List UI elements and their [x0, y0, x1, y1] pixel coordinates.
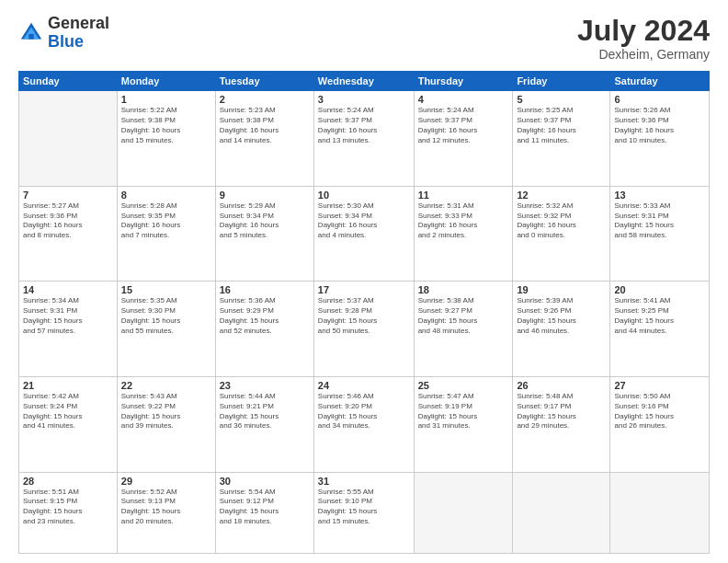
day-number: 4: [418, 94, 509, 105]
day-info: Sunrise: 5:25 AM Sunset: 9:37 PM Dayligh…: [517, 106, 606, 145]
calendar: Sunday Monday Tuesday Wednesday Thursday…: [18, 71, 710, 554]
table-row: 23Sunrise: 5:44 AM Sunset: 9:21 PM Dayli…: [215, 376, 313, 472]
col-tuesday: Tuesday: [215, 72, 313, 91]
day-info: Sunrise: 5:48 AM Sunset: 9:17 PM Dayligh…: [517, 392, 606, 431]
table-row: [513, 472, 610, 553]
day-info: Sunrise: 5:28 AM Sunset: 9:35 PM Dayligh…: [121, 201, 211, 241]
day-info: Sunrise: 5:42 AM Sunset: 9:24 PM Dayligh…: [23, 392, 113, 431]
day-info: Sunrise: 5:22 AM Sunset: 9:38 PM Dayligh…: [121, 106, 211, 145]
logo-blue-text: Blue: [48, 32, 84, 51]
day-number: 26: [517, 380, 606, 391]
table-row: 27Sunrise: 5:50 AM Sunset: 9:16 PM Dayli…: [610, 376, 710, 472]
day-number: 19: [517, 284, 606, 295]
table-row: 19Sunrise: 5:39 AM Sunset: 9:26 PM Dayli…: [513, 282, 610, 377]
day-info: Sunrise: 5:54 AM Sunset: 9:12 PM Dayligh…: [220, 488, 310, 527]
table-row: 13Sunrise: 5:33 AM Sunset: 9:31 PM Dayli…: [610, 186, 710, 282]
table-row: 24Sunrise: 5:46 AM Sunset: 9:20 PM Dayli…: [313, 376, 414, 472]
logo-general-text: General: [48, 14, 109, 32]
day-number: 12: [517, 190, 606, 201]
day-number: 20: [614, 284, 705, 295]
day-info: Sunrise: 5:33 AM Sunset: 9:31 PM Dayligh…: [614, 201, 705, 241]
day-number: 13: [614, 190, 705, 201]
table-row: 10Sunrise: 5:30 AM Sunset: 9:34 PM Dayli…: [313, 186, 414, 282]
table-row: [610, 472, 710, 553]
table-row: 9Sunrise: 5:29 AM Sunset: 9:34 PM Daylig…: [215, 186, 313, 282]
table-row: 20Sunrise: 5:41 AM Sunset: 9:25 PM Dayli…: [610, 282, 710, 377]
day-number: 7: [23, 190, 113, 201]
day-info: Sunrise: 5:37 AM Sunset: 9:28 PM Dayligh…: [318, 296, 410, 336]
day-number: 6: [614, 94, 705, 105]
col-monday: Monday: [117, 72, 215, 91]
day-number: 27: [614, 380, 705, 391]
title-block: July 2024 Dexheim, Germany: [577, 15, 710, 62]
table-row: 14Sunrise: 5:34 AM Sunset: 9:31 PM Dayli…: [19, 282, 118, 377]
table-row: 1Sunrise: 5:22 AM Sunset: 9:38 PM Daylig…: [117, 91, 215, 187]
day-number: 5: [517, 94, 606, 105]
day-number: 14: [23, 284, 113, 295]
day-number: 25: [418, 380, 509, 391]
col-sunday: Sunday: [19, 72, 118, 91]
table-row: 7Sunrise: 5:27 AM Sunset: 9:36 PM Daylig…: [19, 186, 118, 282]
col-saturday: Saturday: [610, 72, 710, 91]
day-info: Sunrise: 5:55 AM Sunset: 9:10 PM Dayligh…: [318, 488, 410, 527]
page: General Blue July 2024 Dexheim, Germany …: [0, 0, 728, 563]
day-info: Sunrise: 5:27 AM Sunset: 9:36 PM Dayligh…: [23, 201, 113, 241]
table-row: 28Sunrise: 5:51 AM Sunset: 9:15 PM Dayli…: [19, 472, 118, 553]
day-number: 3: [318, 94, 410, 105]
table-row: 25Sunrise: 5:47 AM Sunset: 9:19 PM Dayli…: [414, 376, 513, 472]
table-row: 26Sunrise: 5:48 AM Sunset: 9:17 PM Dayli…: [513, 376, 610, 472]
day-number: 17: [318, 284, 410, 295]
logo: General Blue: [18, 15, 109, 52]
day-info: Sunrise: 5:23 AM Sunset: 9:38 PM Dayligh…: [220, 106, 310, 145]
day-number: 18: [418, 284, 509, 295]
header: General Blue July 2024 Dexheim, Germany: [18, 15, 710, 62]
day-info: Sunrise: 5:47 AM Sunset: 9:19 PM Dayligh…: [418, 392, 509, 431]
day-number: 11: [418, 190, 509, 201]
table-row: [414, 472, 513, 553]
day-info: Sunrise: 5:26 AM Sunset: 9:36 PM Dayligh…: [614, 106, 705, 145]
table-row: 18Sunrise: 5:38 AM Sunset: 9:27 PM Dayli…: [414, 282, 513, 377]
day-info: Sunrise: 5:35 AM Sunset: 9:30 PM Dayligh…: [121, 296, 211, 336]
table-row: [19, 91, 118, 187]
day-info: Sunrise: 5:31 AM Sunset: 9:33 PM Dayligh…: [418, 201, 509, 241]
col-thursday: Thursday: [414, 72, 513, 91]
calendar-header-row: Sunday Monday Tuesday Wednesday Thursday…: [19, 72, 710, 91]
location: Dexheim, Germany: [577, 47, 710, 62]
table-row: 12Sunrise: 5:32 AM Sunset: 9:32 PM Dayli…: [513, 186, 610, 282]
day-number: 16: [220, 284, 310, 295]
day-number: 31: [318, 476, 410, 487]
day-number: 15: [121, 284, 211, 295]
table-row: 29Sunrise: 5:52 AM Sunset: 9:13 PM Dayli…: [117, 472, 215, 553]
day-info: Sunrise: 5:34 AM Sunset: 9:31 PM Dayligh…: [23, 296, 113, 336]
day-info: Sunrise: 5:46 AM Sunset: 9:20 PM Dayligh…: [318, 392, 410, 431]
day-number: 24: [318, 380, 410, 391]
table-row: 30Sunrise: 5:54 AM Sunset: 9:12 PM Dayli…: [215, 472, 313, 553]
day-info: Sunrise: 5:39 AM Sunset: 9:26 PM Dayligh…: [517, 296, 606, 336]
day-number: 1: [121, 94, 211, 105]
day-number: 9: [220, 190, 310, 201]
day-info: Sunrise: 5:24 AM Sunset: 9:37 PM Dayligh…: [418, 106, 509, 145]
day-number: 10: [318, 190, 410, 201]
table-row: 8Sunrise: 5:28 AM Sunset: 9:35 PM Daylig…: [117, 186, 215, 282]
col-wednesday: Wednesday: [313, 72, 414, 91]
table-row: 15Sunrise: 5:35 AM Sunset: 9:30 PM Dayli…: [117, 282, 215, 377]
day-info: Sunrise: 5:52 AM Sunset: 9:13 PM Dayligh…: [121, 488, 211, 527]
day-info: Sunrise: 5:38 AM Sunset: 9:27 PM Dayligh…: [418, 296, 509, 336]
day-info: Sunrise: 5:43 AM Sunset: 9:22 PM Dayligh…: [121, 392, 211, 431]
day-info: Sunrise: 5:32 AM Sunset: 9:32 PM Dayligh…: [517, 201, 606, 241]
col-friday: Friday: [513, 72, 610, 91]
day-number: 8: [121, 190, 211, 201]
table-row: 17Sunrise: 5:37 AM Sunset: 9:28 PM Dayli…: [313, 282, 414, 377]
day-number: 23: [220, 380, 310, 391]
table-row: 2Sunrise: 5:23 AM Sunset: 9:38 PM Daylig…: [215, 91, 313, 187]
day-number: 29: [121, 476, 211, 487]
table-row: 4Sunrise: 5:24 AM Sunset: 9:37 PM Daylig…: [414, 91, 513, 187]
day-number: 2: [220, 94, 310, 105]
logo-text: General Blue: [48, 15, 109, 52]
svg-rect-2: [28, 34, 34, 40]
day-info: Sunrise: 5:30 AM Sunset: 9:34 PM Dayligh…: [318, 201, 410, 241]
day-number: 21: [23, 380, 113, 391]
table-row: 11Sunrise: 5:31 AM Sunset: 9:33 PM Dayli…: [414, 186, 513, 282]
logo-icon: [18, 20, 44, 46]
day-number: 28: [23, 476, 113, 487]
